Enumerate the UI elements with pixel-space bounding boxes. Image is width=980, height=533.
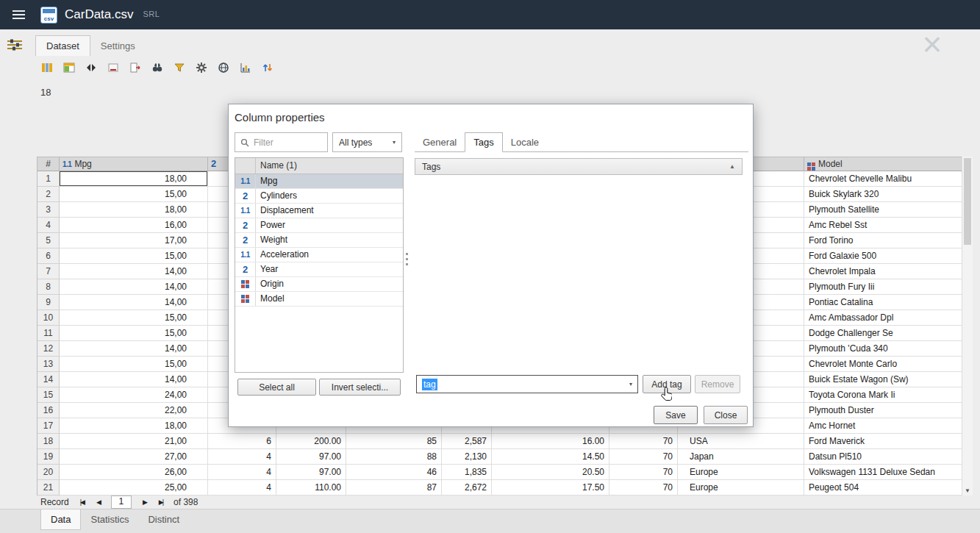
table-cell[interactable]: 70 bbox=[609, 449, 678, 465]
table-cell[interactable]: Volkswagen 1131 Deluxe Sedan bbox=[804, 465, 962, 480]
table-cell[interactable]: Plymouth Fury Iii bbox=[804, 279, 962, 295]
table-cell[interactable]: 70 bbox=[609, 480, 678, 496]
tab-settings[interactable]: Settings bbox=[90, 36, 146, 56]
type-filter-select[interactable]: All types ▾ bbox=[332, 132, 402, 152]
tab-dataset[interactable]: Dataset bbox=[35, 35, 90, 56]
column-list-item-power[interactable]: 2Power bbox=[235, 218, 403, 233]
table-cell[interactable]: 97.00 bbox=[276, 449, 346, 465]
table-cell[interactable]: 14.50 bbox=[492, 449, 609, 465]
close-icon[interactable]: × bbox=[918, 29, 947, 60]
invert-selection-button[interactable]: Invert selecti... bbox=[319, 379, 401, 396]
table-cell[interactable]: 2,130 bbox=[442, 449, 492, 465]
tag-input[interactable]: tag ▾ bbox=[416, 375, 638, 393]
table-cell[interactable]: 46 bbox=[346, 465, 442, 480]
table-cell[interactable]: 14,00 bbox=[60, 264, 208, 279]
column-list-item-acceleration[interactable]: 1.1Acceleration bbox=[235, 248, 403, 262]
previous-record-button[interactable]: ◀ bbox=[95, 498, 101, 507]
column-header-mpg[interactable]: 1.1Mpg bbox=[60, 157, 208, 171]
row-number[interactable]: 8 bbox=[37, 279, 60, 295]
next-record-button[interactable]: ▶ bbox=[141, 498, 148, 507]
sort-icon[interactable] bbox=[261, 61, 274, 74]
dialog-tab-tags[interactable]: Tags bbox=[465, 132, 502, 152]
splitter-handle[interactable] bbox=[405, 253, 408, 275]
tags-section-header[interactable]: Tags ▲ bbox=[415, 158, 743, 175]
column-list-item-model[interactable]: Model bbox=[235, 292, 403, 307]
tune-icon[interactable] bbox=[7, 38, 22, 51]
row-number[interactable]: 7 bbox=[37, 264, 60, 279]
table-cell[interactable]: 20.50 bbox=[492, 465, 609, 480]
table-cell[interactable]: Ford Maverick bbox=[804, 434, 962, 449]
add-tag-button[interactable]: Add tag bbox=[643, 375, 691, 393]
row-number[interactable]: 18 bbox=[37, 434, 60, 449]
table-cell[interactable]: 6 bbox=[208, 434, 276, 449]
row-number[interactable]: 4 bbox=[37, 218, 60, 233]
bottom-tab-distinct[interactable]: Distinct bbox=[138, 509, 189, 530]
table-cell[interactable]: Plymouth Satellite bbox=[804, 202, 962, 218]
table-cell[interactable]: Plymouth Duster bbox=[804, 403, 962, 418]
table-cell[interactable]: 16.00 bbox=[492, 434, 609, 449]
table-cell[interactable]: Chevrolet Chevelle Malibu bbox=[804, 171, 962, 187]
cell-format-icon[interactable] bbox=[107, 61, 120, 74]
table-cell[interactable]: 200.00 bbox=[276, 434, 346, 449]
web-icon[interactable] bbox=[217, 61, 230, 74]
table-cell[interactable]: 110.00 bbox=[276, 480, 346, 496]
table-cell[interactable]: Peugeot 504 bbox=[804, 480, 962, 496]
table-cell[interactable]: 16,00 bbox=[60, 218, 208, 233]
row-number[interactable]: 1 bbox=[37, 171, 60, 187]
row-number[interactable]: 13 bbox=[37, 357, 60, 372]
chart-icon[interactable] bbox=[239, 61, 252, 74]
table-cell[interactable]: 4 bbox=[208, 465, 276, 480]
table-cell[interactable]: 17,00 bbox=[60, 233, 208, 248]
table-cell[interactable]: 15,00 bbox=[60, 187, 208, 202]
row-number[interactable]: 16 bbox=[37, 403, 60, 418]
column-list-item-mpg[interactable]: 1.1Mpg bbox=[235, 174, 403, 189]
table-cell[interactable]: 14,00 bbox=[60, 341, 208, 357]
settings-gear-icon[interactable] bbox=[195, 61, 208, 74]
dialog-tab-locale[interactable]: Locale bbox=[503, 133, 547, 151]
table-cell[interactable]: Toyota Corona Mark Ii bbox=[804, 387, 962, 403]
row-number[interactable]: 20 bbox=[37, 465, 60, 480]
filter-icon[interactable] bbox=[173, 61, 186, 74]
close-button[interactable]: Close bbox=[704, 406, 748, 424]
select-all-button[interactable]: Select all bbox=[237, 379, 316, 396]
table-cell[interactable]: 2,672 bbox=[442, 480, 492, 496]
table-cell[interactable]: Ford Torino bbox=[804, 233, 962, 248]
table-cell[interactable]: 15,00 bbox=[60, 248, 208, 264]
save-button[interactable]: Save bbox=[654, 406, 698, 424]
table-cell[interactable]: 4 bbox=[208, 480, 276, 496]
table-cell[interactable]: 25,00 bbox=[60, 480, 208, 496]
last-record-button[interactable]: ▶| bbox=[157, 498, 164, 507]
export-icon[interactable] bbox=[129, 61, 142, 74]
table-cell[interactable]: 22,00 bbox=[60, 403, 208, 418]
table-cell[interactable]: 14,00 bbox=[60, 372, 208, 387]
table-cell[interactable]: Pontiac Catalina bbox=[804, 295, 962, 310]
table-cell[interactable]: 1,835 bbox=[442, 465, 492, 480]
fit-columns-icon[interactable] bbox=[85, 61, 98, 74]
row-number[interactable]: 10 bbox=[37, 310, 60, 326]
row-number[interactable]: 17 bbox=[37, 418, 60, 434]
row-number[interactable]: 15 bbox=[37, 387, 60, 403]
table-cell[interactable]: 4 bbox=[208, 449, 276, 465]
table-cell[interactable]: 14,00 bbox=[60, 295, 208, 310]
column-header-num[interactable]: # bbox=[37, 157, 60, 171]
bottom-tab-statistics[interactable]: Statistics bbox=[81, 509, 138, 530]
table-cell[interactable]: 15,00 bbox=[60, 310, 208, 326]
table-cell[interactable]: 18,00 bbox=[60, 171, 208, 187]
insert-column-icon[interactable] bbox=[40, 61, 54, 74]
row-number[interactable]: 3 bbox=[37, 202, 60, 218]
column-list-item-weight[interactable]: 2Weight bbox=[235, 233, 403, 248]
name-column-header[interactable]: Name (1) bbox=[256, 158, 403, 174]
table-cell[interactable]: 21,00 bbox=[60, 434, 208, 449]
remove-tag-button[interactable]: Remove bbox=[695, 375, 740, 393]
record-number-input[interactable]: 1 bbox=[111, 496, 132, 509]
table-cell[interactable]: 15,00 bbox=[60, 357, 208, 372]
vertical-scrollbar[interactable]: ▼ bbox=[962, 157, 973, 496]
column-list-item-displacement[interactable]: 1.1Displacement bbox=[235, 204, 403, 218]
row-number[interactable]: 11 bbox=[37, 326, 60, 341]
column-list-item-cylinders[interactable]: 2Cylinders bbox=[235, 189, 403, 204]
table-cell[interactable]: 14,00 bbox=[60, 279, 208, 295]
table-cell[interactable]: 70 bbox=[609, 434, 678, 449]
table-cell[interactable]: 70 bbox=[609, 465, 678, 480]
table-cell[interactable]: 18,00 bbox=[60, 418, 208, 434]
table-cell[interactable]: 18,00 bbox=[60, 202, 208, 218]
